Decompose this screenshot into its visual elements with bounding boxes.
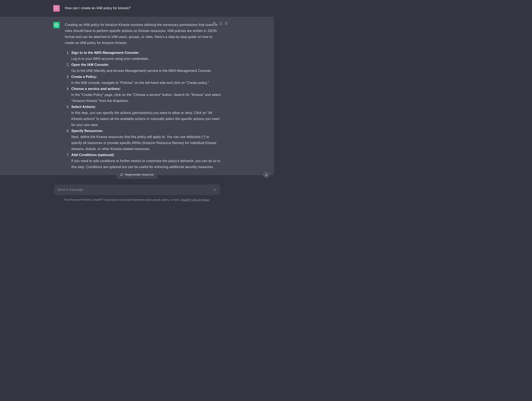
footer-version-link[interactable]: ChatGPT July 20 Version <box>181 198 210 201</box>
user-message-text: How can I create an IAM policy for kines… <box>65 5 221 12</box>
step-item: Create a Policy:In the IAM console, navi… <box>70 74 221 86</box>
step-item: Open the IAM Console:Go to the IAM (Iden… <box>70 62 221 74</box>
step-title: Choose a service and actions: <box>71 87 121 91</box>
footer-text: Free Research Preview. ChatGPT may produ… <box>64 198 181 201</box>
scroll-to-bottom-button[interactable] <box>263 172 269 178</box>
user-message-row: TY How can I create an IAM policy for ki… <box>0 0 274 17</box>
thumbs-down-icon[interactable] <box>225 21 228 25</box>
step-item: Choose a service and actions:In the "Cre… <box>70 86 221 104</box>
step-body: In the "Create Policy" page, click on th… <box>71 92 221 104</box>
regenerate-button[interactable]: Regenerate response <box>117 171 157 178</box>
assistant-message-content: Creating an IAM policy for Amazon Kinesi… <box>65 22 221 170</box>
footer-disclaimer: Free Research Preview. ChatGPT may produ… <box>0 198 274 201</box>
assistant-intro-text: Creating an IAM policy for Amazon Kinesi… <box>65 22 221 46</box>
send-button[interactable] <box>213 187 217 192</box>
step-body: Next, define the Kinesis resources that … <box>71 134 221 152</box>
message-input-bar <box>53 184 221 195</box>
step-item: Sign in to the AWS Management Console:Lo… <box>70 50 221 62</box>
send-icon <box>213 188 217 192</box>
openai-logo-icon <box>54 23 59 27</box>
step-title: Add Conditions (optional): <box>71 153 115 157</box>
assistant-steps-list: Sign in to the AWS Management Console:Lo… <box>65 50 221 170</box>
step-title: Sign in to the AWS Management Console: <box>71 51 139 55</box>
arrow-down-icon <box>265 173 268 176</box>
regenerate-icon <box>120 173 123 176</box>
copy-icon[interactable] <box>213 21 216 25</box>
assistant-message-row: Creating an IAM policy for Amazon Kinesi… <box>0 17 274 175</box>
step-item: Specify Resources:Next, define the Kines… <box>70 128 221 152</box>
message-input[interactable] <box>57 188 210 192</box>
step-body: Go to the IAM (Identity and Access Manag… <box>71 68 221 74</box>
svg-rect-0 <box>214 23 215 25</box>
user-avatar: TY <box>53 5 60 12</box>
step-title: Specify Resources: <box>71 129 103 133</box>
message-actions <box>213 21 228 25</box>
assistant-avatar <box>53 22 60 28</box>
step-item: Select Actions:In this step, you can spe… <box>70 104 221 128</box>
step-title: Select Actions: <box>71 105 96 109</box>
step-body: In the IAM console, navigate to "Policie… <box>71 80 221 86</box>
step-body: In this step, you can specify the action… <box>71 110 221 128</box>
step-title: Open the IAM Console: <box>71 63 109 67</box>
step-title: Create a Policy: <box>71 75 97 79</box>
step-item: Add Conditions (optional):If you need to… <box>70 152 221 170</box>
step-body: Log in to your AWS account using your cr… <box>71 56 221 62</box>
thumbs-up-icon[interactable] <box>219 21 222 25</box>
regenerate-label: Regenerate response <box>125 173 154 176</box>
chat-scroll: TY How can I create an IAM policy for ki… <box>0 0 274 183</box>
step-body: If you need to add conditions to further… <box>71 158 221 170</box>
